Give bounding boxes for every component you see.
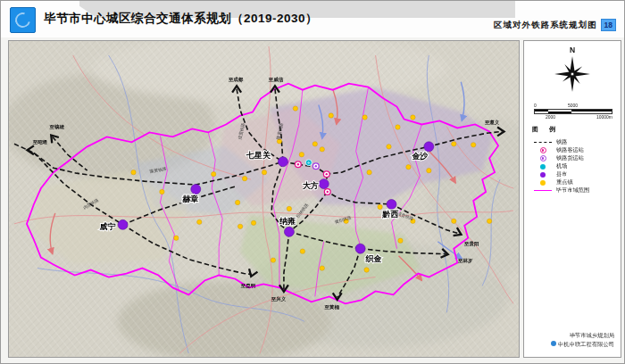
- town-dot: [378, 204, 382, 209]
- county-label: 赫章: [182, 194, 198, 203]
- company-logo-icon: [551, 341, 556, 346]
- direction-arrow-label: 至林歹: [457, 258, 473, 264]
- dot-purple-legend-icon: [532, 172, 554, 178]
- map-panel: 成贵铁路隆黄铁路隆黄铁路内昆铁路织纳铁路黄织铁路成贵铁路至成都至威信至镇雄至昭通…: [8, 40, 520, 358]
- legend-item: 县市: [532, 170, 618, 178]
- legend: 图 例 铁路铁路客运站铁路货运站机场县市重点镇毕节市域范围: [532, 125, 618, 194]
- town-dot: [452, 219, 456, 223]
- ring-magenta-symbol: [540, 147, 546, 153]
- boundary-legend-icon: [532, 190, 554, 191]
- county-dot: [387, 199, 396, 209]
- compass: N: [524, 46, 621, 97]
- legend-item-label: 铁路货运站: [556, 154, 584, 162]
- rail-legend-icon: [532, 142, 554, 143]
- legend-item: 铁路: [532, 138, 618, 146]
- county-dot: [319, 179, 329, 189]
- legend-item-label: 铁路客运站: [556, 146, 584, 154]
- town-dot: [396, 125, 400, 129]
- page-title: 毕节市中心城区综合交通体系规划（2019-2030）: [44, 11, 318, 27]
- county-dot: [355, 244, 365, 253]
- freight-station-dot: [315, 165, 317, 167]
- dot-yellow-legend-icon: [532, 180, 554, 186]
- town-dot: [471, 143, 475, 147]
- county-label: 织金: [365, 254, 382, 263]
- legend-title: 图 例: [532, 125, 618, 134]
- town-dot: [427, 168, 431, 172]
- footer-agency: 毕节市城乡规划局: [551, 331, 614, 340]
- county-dot: [191, 185, 201, 194]
- county-dot: [284, 227, 294, 236]
- footer-company: 中机中联工程有限公司: [558, 341, 614, 347]
- ring-magenta-legend-icon: [532, 147, 554, 153]
- town-dot: [364, 268, 369, 272]
- direction-arrow-label: 至成都: [228, 77, 244, 83]
- town-dot: [238, 224, 242, 228]
- page: 毕节市中心城区综合交通体系规划（2019-2030） 区域对外铁路系统规划图 1…: [0, 0, 625, 364]
- north-label: N: [524, 46, 621, 54]
- airplane-glyph: ✈: [307, 161, 311, 165]
- legend-item-label: 铁路: [556, 138, 567, 146]
- direction-arrow-label: 至威信: [268, 77, 284, 83]
- legend-items: 铁路铁路客运站铁路货运站机场县市重点镇毕节市域范围: [532, 138, 618, 194]
- scale-tick: 0: [534, 103, 537, 108]
- direction-arrow-label: 至镇雄: [49, 124, 65, 130]
- footer-company-line: 中机中联工程有限公司: [551, 340, 614, 349]
- town-dot: [212, 171, 216, 176]
- town-dot: [452, 142, 456, 146]
- direction-arrow-label: 至兴义: [271, 296, 287, 302]
- dot-cyan-symbol: [540, 164, 546, 170]
- town-dot: [235, 200, 239, 204]
- legend-item-label: 毕节市域范围: [556, 186, 589, 194]
- town-dot: [271, 258, 275, 262]
- panel-footer: 毕节市城乡规划局 中机中联工程有限公司: [551, 331, 614, 349]
- dot-purple-symbol: [540, 172, 546, 178]
- county-dot: [424, 142, 434, 152]
- direction-arrow-label: 至昆明: [240, 283, 256, 289]
- direction-arrow-label: 至昭通: [32, 139, 48, 145]
- legend-item: 机场: [532, 162, 618, 170]
- scale-bar: 0 5000 2000 10000m: [534, 103, 612, 121]
- town-dot: [387, 145, 391, 149]
- town-dot: [197, 219, 202, 224]
- ring-purple-legend-icon: [532, 155, 554, 161]
- county-dot: [278, 157, 288, 167]
- planning-bureau-logo-icon: [10, 7, 36, 33]
- legend-item-label: 重点镇: [556, 178, 573, 186]
- legend-item: 重点镇: [532, 178, 618, 186]
- legend-panel: N 0 5000 2000 10000m: [523, 40, 621, 358]
- county-label: 黔西: [382, 210, 399, 219]
- map-sheet-title: 区域对外铁路系统规划图: [494, 20, 597, 31]
- boundary-symbol: [534, 190, 552, 191]
- town-dot: [398, 238, 403, 243]
- direction-arrow-label: 至遵义: [484, 120, 500, 125]
- legend-item-label: 县市: [556, 170, 567, 178]
- page-number-badge: 18: [601, 19, 616, 31]
- town-dot: [300, 249, 304, 253]
- passenger-station-dot: [297, 163, 299, 165]
- county-label: 金沙: [411, 152, 428, 161]
- town-dot: [312, 142, 317, 146]
- town-dot: [262, 170, 266, 174]
- town-dot: [320, 266, 324, 270]
- county-label: 大方: [303, 181, 319, 190]
- town-dot: [131, 170, 136, 174]
- town-dot: [406, 165, 411, 170]
- town-dot: [299, 153, 304, 157]
- town-dot: [320, 147, 324, 152]
- town-dot: [367, 170, 371, 174]
- railway-map: 成贵铁路隆黄铁路隆黄铁路内昆铁路织纳铁路黄织铁路成贵铁路至成都至威信至镇雄至昭通…: [9, 41, 519, 357]
- town-dot: [487, 219, 491, 223]
- town-dot: [174, 236, 179, 240]
- scale-tick: 5000: [568, 103, 578, 108]
- dot-cyan-legend-icon: [532, 164, 554, 170]
- scale-tick: 2000: [546, 115, 555, 120]
- town-dot: [293, 106, 297, 111]
- compass-rose-icon: [553, 54, 592, 94]
- passenger-station-dot: [326, 173, 328, 175]
- legend-item: 铁路客运站: [532, 146, 618, 154]
- legend-item-label: 机场: [556, 162, 567, 170]
- town-dot: [160, 189, 164, 194]
- town-dot: [362, 115, 367, 120]
- passenger-station-dot: [327, 191, 329, 193]
- header: 毕节市中心城区综合交通体系规划（2019-2030） 区域对外铁路系统规划图 1…: [1, 1, 624, 37]
